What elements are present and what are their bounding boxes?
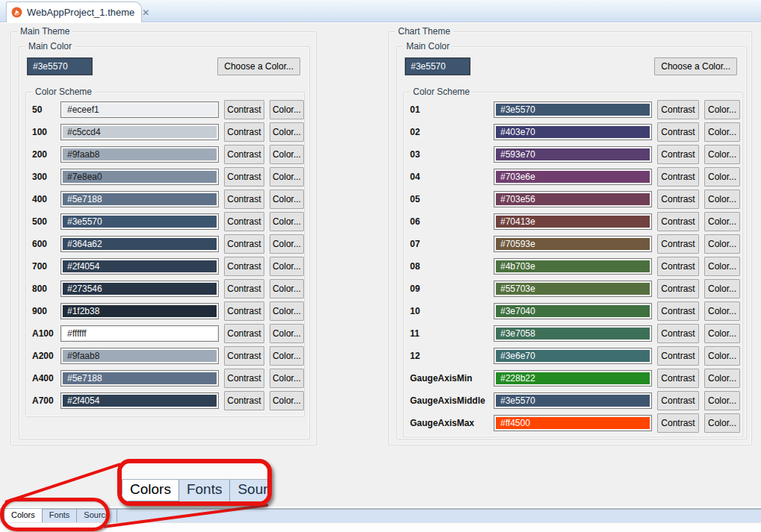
choose-color-button[interactable]: Choose a Color...	[654, 57, 737, 75]
callout-tab-fonts[interactable]: Fonts	[179, 480, 231, 501]
color-button[interactable]: Color...	[704, 190, 740, 209]
editor-tab[interactable]: WebAppProject_1.theme ✕	[6, 1, 142, 22]
color-button[interactable]: Color...	[270, 257, 304, 276]
color-button[interactable]: Color...	[704, 391, 740, 410]
color-button[interactable]: Color...	[270, 301, 304, 321]
color-value-field[interactable]: #3e7058	[494, 325, 652, 342]
color-value-field[interactable]: #3e5570	[60, 213, 219, 230]
color-value-field[interactable]: #593e70	[494, 146, 652, 163]
close-icon[interactable]: ✕	[142, 7, 149, 18]
color-value-field[interactable]: #364a62	[60, 236, 219, 252]
color-button[interactable]: Color...	[270, 234, 304, 254]
color-value-field[interactable]: #703e6e	[494, 169, 652, 185]
color-button[interactable]: Color...	[704, 167, 740, 187]
contrast-button[interactable]: Contrast	[657, 122, 699, 142]
contrast-button[interactable]: Contrast	[224, 301, 264, 321]
color-value-field[interactable]: #3e5570	[494, 101, 652, 118]
color-button[interactable]: Color...	[704, 301, 740, 321]
contrast-button[interactable]: Contrast	[657, 324, 699, 343]
contrast-button[interactable]: Contrast	[224, 346, 264, 366]
contrast-button[interactable]: Contrast	[657, 212, 699, 231]
color-value-field[interactable]: #2f4054	[60, 258, 219, 275]
color-value-field[interactable]: #70593e	[494, 236, 652, 252]
color-value-field[interactable]: #eceef1	[60, 101, 219, 118]
contrast-button[interactable]: Contrast	[657, 391, 699, 410]
color-button[interactable]: Color...	[270, 190, 304, 209]
color-value-field[interactable]: #1f2b38	[60, 303, 219, 319]
color-button[interactable]: Color...	[704, 346, 740, 366]
color-button[interactable]: Color...	[270, 122, 304, 142]
color-button[interactable]: Color...	[704, 369, 740, 388]
scheme-row-label: 50	[32, 104, 60, 115]
color-value-field[interactable]: #4b703e	[494, 258, 652, 275]
color-value-field[interactable]: #403e70	[494, 124, 652, 140]
contrast-button[interactable]: Contrast	[657, 346, 699, 366]
contrast-button[interactable]: Contrast	[657, 369, 699, 388]
contrast-button[interactable]: Contrast	[657, 301, 699, 321]
contrast-button[interactable]: Contrast	[224, 257, 264, 276]
contrast-button[interactable]: Contrast	[224, 391, 264, 410]
color-button[interactable]: Color...	[270, 324, 304, 343]
contrast-button[interactable]: Contrast	[657, 279, 699, 298]
color-button[interactable]: Color...	[704, 257, 740, 276]
contrast-button[interactable]: Contrast	[657, 100, 699, 119]
color-button[interactable]: Color...	[704, 145, 740, 164]
color-button[interactable]: Color...	[704, 234, 740, 254]
color-button[interactable]: Color...	[270, 167, 304, 187]
main-color-field[interactable]: #3e5570	[27, 57, 93, 75]
color-value-field[interactable]: #55703e	[494, 281, 652, 297]
color-button[interactable]: Color...	[270, 369, 304, 388]
contrast-button[interactable]: Contrast	[224, 145, 264, 164]
bottom-tab-fonts[interactable]: Fonts	[43, 509, 78, 524]
contrast-button[interactable]: Contrast	[657, 413, 699, 433]
color-value-field[interactable]: #3e7040	[494, 303, 652, 319]
color-value-field[interactable]: #703e56	[494, 191, 652, 207]
color-value-field[interactable]: #273546	[60, 281, 219, 297]
color-value-field[interactable]: #ff4500	[494, 415, 652, 431]
callout-tab-source[interactable]: Source	[230, 480, 272, 501]
color-button[interactable]: Color...	[270, 145, 304, 164]
choose-color-button[interactable]: Choose a Color...	[217, 57, 300, 75]
contrast-button[interactable]: Contrast	[224, 234, 264, 254]
color-button[interactable]: Color...	[704, 212, 740, 231]
contrast-button[interactable]: Contrast	[224, 100, 264, 119]
contrast-button[interactable]: Contrast	[224, 369, 264, 388]
color-button[interactable]: Color...	[704, 413, 740, 433]
contrast-button[interactable]: Contrast	[657, 257, 699, 276]
color-button[interactable]: Color...	[270, 279, 304, 298]
contrast-button[interactable]: Contrast	[657, 190, 699, 209]
color-button[interactable]: Color...	[704, 122, 740, 142]
color-button[interactable]: Color...	[704, 279, 740, 298]
color-value-field[interactable]: #ffffff	[60, 325, 219, 342]
contrast-button[interactable]: Contrast	[224, 212, 264, 231]
color-value-field[interactable]: #5e7188	[60, 370, 219, 387]
color-button[interactable]: Color...	[270, 212, 304, 231]
color-value-field[interactable]: #9faab8	[60, 146, 219, 163]
contrast-button[interactable]: Contrast	[224, 190, 264, 209]
color-value-field[interactable]: #3e6e70	[494, 348, 652, 364]
color-value-field[interactable]: #5e7188	[60, 191, 219, 207]
color-button[interactable]: Color...	[704, 100, 740, 119]
bottom-tab-colors[interactable]: Colors	[4, 509, 43, 524]
contrast-button[interactable]: Contrast	[224, 324, 264, 343]
color-button[interactable]: Color...	[270, 391, 304, 410]
color-value-field[interactable]: #7e8ea0	[60, 169, 219, 185]
color-value-field[interactable]: #c5ccd4	[60, 124, 219, 140]
bottom-tab-source[interactable]: Source	[77, 509, 117, 524]
main-color-field[interactable]: #3e5570	[405, 57, 470, 75]
contrast-button[interactable]: Contrast	[224, 279, 264, 298]
color-value-field[interactable]: #70413e	[494, 213, 652, 230]
contrast-button[interactable]: Contrast	[224, 167, 264, 187]
color-value-field[interactable]: #3e5570	[494, 392, 652, 409]
contrast-button[interactable]: Contrast	[657, 234, 699, 254]
color-button[interactable]: Color...	[270, 346, 304, 366]
color-value-field[interactable]: #9faab8	[60, 348, 219, 364]
callout-tab-colors[interactable]: Colors	[122, 480, 179, 501]
color-value-field[interactable]: #2f4054	[60, 392, 219, 409]
color-button[interactable]: Color...	[270, 100, 304, 119]
contrast-button[interactable]: Contrast	[657, 167, 699, 187]
contrast-button[interactable]: Contrast	[224, 122, 264, 142]
color-button[interactable]: Color...	[704, 324, 740, 343]
contrast-button[interactable]: Contrast	[657, 145, 699, 164]
color-value-field[interactable]: #228b22	[494, 370, 652, 387]
